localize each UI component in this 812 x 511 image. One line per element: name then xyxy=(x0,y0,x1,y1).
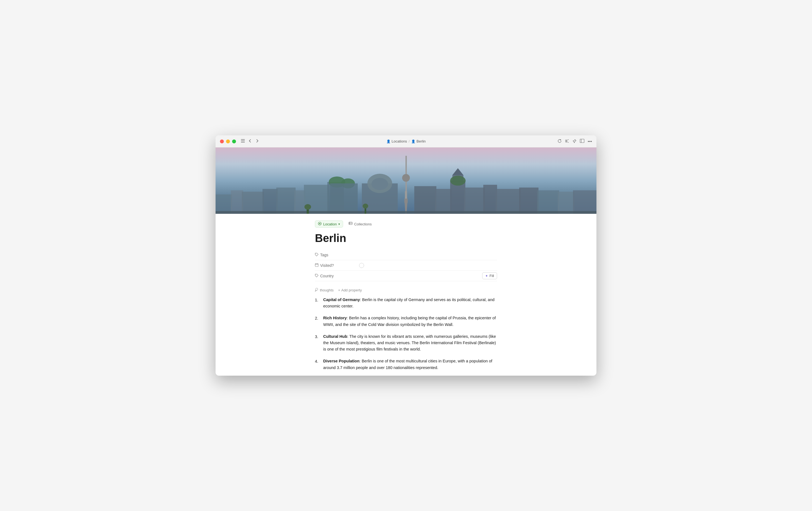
location-type-badge[interactable]: Location ▾ xyxy=(315,220,343,227)
visited-checkbox[interactable] xyxy=(359,263,364,268)
type-row: Location ▾ Collections xyxy=(315,220,497,227)
hamburger-button[interactable] xyxy=(239,138,246,145)
item-text: Rich History: Berlin has a complex histo… xyxy=(323,315,497,328)
svg-rect-26 xyxy=(405,191,407,199)
svg-point-34 xyxy=(450,176,466,186)
svg-rect-53 xyxy=(315,264,318,267)
collections-button[interactable]: Collections xyxy=(346,221,374,227)
forward-button[interactable] xyxy=(254,138,261,145)
svg-rect-42 xyxy=(215,211,597,214)
visited-label: Visited? xyxy=(315,263,359,268)
svg-point-4 xyxy=(566,141,567,142)
breadcrumb-locations[interactable]: 👤 Locations xyxy=(386,139,407,143)
thoughts-button[interactable]: thoughts xyxy=(315,288,334,292)
hero-image xyxy=(215,147,597,214)
svg-rect-2 xyxy=(241,142,245,142)
svg-point-23 xyxy=(372,178,388,190)
type-badge-chevron-icon: ▾ xyxy=(338,222,340,226)
main-content[interactable]: Location ▾ Collections xyxy=(215,147,597,376)
svg-rect-10 xyxy=(215,194,232,214)
traffic-lights xyxy=(220,139,236,143)
svg-point-52 xyxy=(316,253,316,254)
breadcrumb-current[interactable]: 👤 Berlin xyxy=(411,139,426,143)
svg-point-57 xyxy=(316,274,316,275)
svg-rect-35 xyxy=(464,188,485,214)
close-button[interactable] xyxy=(220,139,224,143)
item-text: Capital of Germany: Berlin is the capita… xyxy=(323,297,497,310)
item-text: Diverse Population: Berlin is one of the… xyxy=(323,358,497,371)
maximize-button[interactable] xyxy=(232,139,236,143)
tags-icon xyxy=(315,253,319,257)
svg-point-60 xyxy=(315,291,316,291)
scissors-icon[interactable] xyxy=(565,139,569,144)
svg-rect-12 xyxy=(242,192,264,214)
svg-rect-20 xyxy=(330,183,358,214)
app-window: 👤 Locations / 👤 Berlin xyxy=(215,135,597,376)
svg-rect-37 xyxy=(496,189,521,214)
location-type-icon xyxy=(318,222,322,226)
svg-rect-38 xyxy=(519,188,539,214)
visited-property: Visited? xyxy=(315,260,497,271)
svg-line-6 xyxy=(567,141,569,142)
back-button[interactable] xyxy=(246,138,254,145)
fill-button[interactable]: ✦ Fill xyxy=(482,272,497,279)
svg-rect-15 xyxy=(294,190,305,214)
refresh-icon[interactable] xyxy=(557,139,562,144)
minimize-button[interactable] xyxy=(226,139,230,143)
svg-rect-40 xyxy=(558,192,574,214)
svg-line-5 xyxy=(567,139,569,141)
fill-label: Fill xyxy=(489,274,494,278)
svg-rect-11 xyxy=(231,190,243,214)
list-item: Rich History: Berlin has a complex histo… xyxy=(315,315,497,328)
page-title: Berlin xyxy=(315,232,497,244)
list-item: Cultural Hub: The city is known for its … xyxy=(315,333,497,353)
svg-rect-39 xyxy=(537,190,559,214)
more-options-icon[interactable]: ••• xyxy=(588,139,592,144)
page-content: Location ▾ Collections xyxy=(215,147,597,376)
pin-icon[interactable] xyxy=(573,139,577,144)
add-property-plus-icon: + xyxy=(338,288,340,292)
sidebar-icon[interactable] xyxy=(580,139,584,144)
country-property: Country ✦ Fill xyxy=(315,271,497,281)
list-item: Capital of Germany: Berlin is the capita… xyxy=(315,297,497,310)
breadcrumb-separator: / xyxy=(408,139,410,143)
list-item: Diverse Population: Berlin is one of the… xyxy=(315,358,497,371)
meta-row: thoughts + Add property xyxy=(315,286,497,297)
content-area: Location ▾ Collections xyxy=(310,220,502,376)
svg-rect-0 xyxy=(241,139,245,140)
svg-point-46 xyxy=(362,204,368,209)
breadcrumb-current-label: Berlin xyxy=(416,139,426,143)
locations-breadcrumb-icon: 👤 xyxy=(386,139,390,143)
content-list: Capital of Germany: Berlin is the capita… xyxy=(315,297,497,376)
country-icon xyxy=(315,274,319,278)
svg-point-58 xyxy=(316,288,318,290)
svg-rect-30 xyxy=(435,189,452,214)
visited-value[interactable] xyxy=(359,263,497,268)
svg-point-44 xyxy=(304,204,311,210)
tags-property: Tags xyxy=(315,250,497,260)
svg-rect-31 xyxy=(450,181,465,214)
svg-rect-24 xyxy=(405,156,407,192)
svg-rect-27 xyxy=(404,198,408,203)
add-property-label: Add property xyxy=(341,288,361,292)
collections-icon xyxy=(349,222,352,226)
tags-label: Tags xyxy=(315,253,359,257)
svg-point-3 xyxy=(566,140,567,141)
breadcrumb: 👤 Locations / 👤 Berlin xyxy=(386,139,426,143)
add-property-button[interactable]: + Add property xyxy=(338,288,362,292)
visited-icon xyxy=(315,263,319,268)
svg-point-48 xyxy=(319,223,320,224)
svg-rect-41 xyxy=(573,190,597,214)
svg-rect-7 xyxy=(580,139,584,143)
item-text: Cultural Hub: The city is known for its … xyxy=(323,333,497,353)
country-label: Country xyxy=(315,274,359,278)
properties: Tags xyxy=(315,250,497,281)
svg-rect-36 xyxy=(483,185,497,214)
tags-label-text: Tags xyxy=(320,253,328,257)
fill-icon: ✦ xyxy=(485,274,488,278)
page-breadcrumb-icon: 👤 xyxy=(411,139,415,143)
svg-rect-29 xyxy=(414,186,436,214)
titlebar-right-controls: ••• xyxy=(557,139,592,144)
location-type-label: Location xyxy=(323,222,337,226)
thoughts-icon xyxy=(315,288,319,292)
